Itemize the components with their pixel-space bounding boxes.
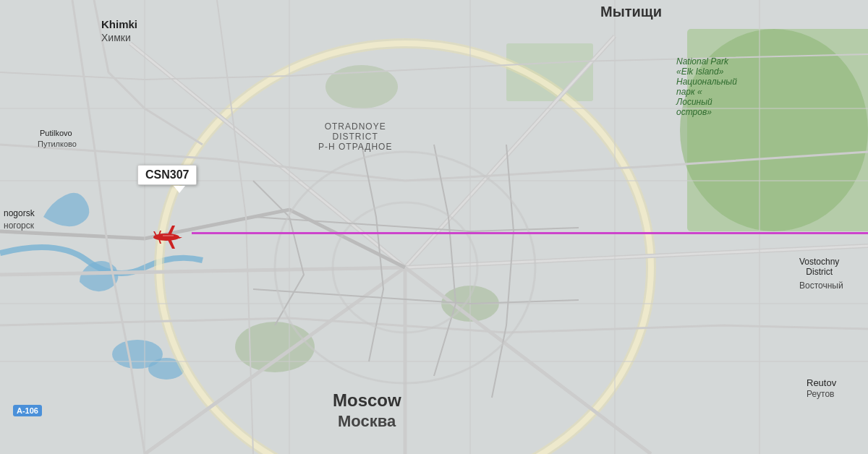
road-badge-a106: A-106: [13, 405, 42, 416]
map-roads-svg: [0, 0, 868, 454]
flight-callsign-text: CSN307: [145, 168, 189, 181]
map-container: Мытищи Khimki Химки Putilkovo Путилково …: [0, 0, 868, 454]
tooltip-pointer: [174, 186, 185, 193]
flight-path-line: [192, 232, 868, 234]
svg-point-4: [235, 322, 315, 372]
flight-callsign-tooltip: CSN307: [137, 165, 197, 185]
aircraft-icon[interactable]: [145, 215, 182, 253]
svg-point-1: [680, 29, 868, 231]
